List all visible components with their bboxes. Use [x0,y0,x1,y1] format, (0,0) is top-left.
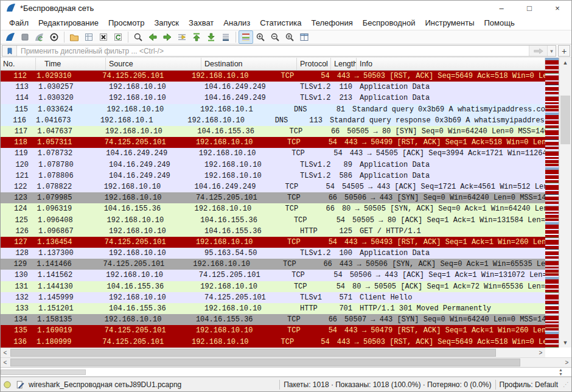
menu-item-6[interactable]: Статистика [255,16,306,29]
filter-dropdown-button[interactable]: ▾ [547,46,556,56]
collapsed-pane-strip: ▲▼ [1,367,571,377]
packet-row-116[interactable]: 1161.041673192.168.10.1192.168.10.10DNS1… [1,115,545,126]
close-file-button[interactable] [96,30,111,44]
packet-row-129[interactable]: 1291.14146674.125.205.101192.168.10.10TC… [1,259,545,270]
menu-item-7[interactable]: Телефония [306,16,357,29]
menu-item-8[interactable]: Беспроводной [358,16,420,29]
packet-row-132[interactable]: 1321.145999192.168.10.1074.125.205.101TL… [1,292,545,303]
packet-row-118[interactable]: 1181.05731174.125.205.101192.168.10.10TC… [1,137,545,148]
packet-list-hscrollbar[interactable]: < > [1,348,545,357]
resize-columns-button[interactable] [297,30,312,44]
packet-row-114[interactable]: 1141.030320192.168.10.10104.16.249.249TL… [1,93,545,103]
scroll-up-arrow[interactable]: ▲ [559,58,571,68]
gear-icon [49,32,59,42]
minimap-stripe [545,185,559,190]
go-to-packet-button[interactable] [175,30,189,44]
packet-list-vscrollbar[interactable]: ▲ ▼ [559,58,571,348]
packet-row-115[interactable]: 1151.033624192.168.10.10192.168.10.1DNS8… [1,104,545,115]
cell-dst: 104.16.249.249 [201,83,297,91]
detail-pane-hscrollbar[interactable]: < > [1,357,571,367]
packet-row-117[interactable]: 1171.047637192.168.10.10104.16.155.36TCP… [1,126,545,137]
packet-row-124[interactable]: 1241.096319104.16.155.36192.168.10.10TCP… [1,203,545,214]
go-back-button[interactable] [145,30,160,44]
go-bottom-button[interactable] [204,30,218,44]
packet-row-133[interactable]: 1331.151201104.16.155.36192.168.10.10HTT… [1,303,545,314]
restart-capture-button[interactable] [32,30,47,44]
packet-list: 1121.02931074.125.205.101192.168.10.10TC… [1,71,545,348]
stop-capture-button[interactable] [18,30,32,44]
maximize-button[interactable]: □ [515,1,543,15]
packet-row-125[interactable]: 1251.096408192.168.10.10104.16.155.36TCP… [1,214,545,225]
packet-row-130[interactable]: 1301.141562192.168.10.1074.125.205.101TC… [1,270,545,281]
auto-scroll-button[interactable] [218,30,233,44]
packet-row-113[interactable]: 1131.030257192.168.10.10104.16.249.249TL… [1,82,545,93]
scroll-left-arrow[interactable]: < [1,348,10,357]
packet-row-128[interactable]: 1281.137300192.168.10.1095.163.54.50TLSv… [1,248,545,259]
packet-row-135[interactable]: 1351.16901974.125.205.101192.168.10.10TC… [1,325,545,336]
close-button[interactable]: × [543,1,571,15]
pane-spinner[interactable]: ▲▼ [559,368,563,376]
resize-grip[interactable]: ⋰ [563,381,569,388]
cell-len: 125 [331,227,357,236]
packet-row-121[interactable]: 1211.078806104.16.249.249192.168.10.10TL… [1,170,545,181]
display-filter-input[interactable] [17,46,529,56]
packet-row-127[interactable]: 1271.13645474.125.205.101192.168.10.10TC… [1,237,545,248]
cell-pro: TCP [284,194,317,202]
scroll-left-arrow[interactable]: < [1,358,10,367]
zoom-out-button[interactable] [268,30,282,44]
packet-minimap[interactable] [545,58,559,348]
packet-row-122[interactable]: 1221.078822192.168.10.10104.16.249.249TC… [1,181,545,192]
menu-item-4[interactable]: Захват [184,16,218,29]
column-header-time[interactable]: Time [36,58,106,70]
column-header-no[interactable]: No. [1,58,36,70]
column-header-source[interactable]: Source [106,58,201,70]
filter-bookmark-button[interactable] [2,46,17,56]
cell-no: 119 [1,149,35,158]
go-forward-button[interactable] [160,30,175,44]
colorize-packets-button[interactable] [239,30,253,44]
scroll-right-arrow[interactable]: > [562,358,571,367]
menu-item-1[interactable]: Редактирование [33,16,103,29]
scroll-right-arrow[interactable]: > [536,348,545,357]
menu-item-9[interactable]: Инструменты [420,16,479,29]
apply-filter-button[interactable] [529,46,547,56]
vscroll-thumb[interactable] [560,96,570,144]
hscroll-thumb[interactable] [10,349,496,357]
cell-dst: 104.16.249.249 [192,183,282,191]
go-top-button[interactable] [189,30,204,44]
packet-row-123[interactable]: 1231.079985192.168.10.1074.125.205.101TC… [1,192,545,203]
hscroll-thumb[interactable] [10,359,520,366]
packet-row-119[interactable]: 1191.078732104.16.249.249192.168.10.10TC… [1,148,545,159]
menu-item-2[interactable]: Просмотр [103,16,149,29]
menu-item-5[interactable]: Анализ [218,16,255,29]
column-header-info[interactable]: Info [357,58,545,70]
column-header-length[interactable]: Length [331,58,357,70]
packet-row-112[interactable]: 1121.02931074.125.205.101192.168.10.10TC… [1,71,545,82]
minimize-button[interactable]: – [487,1,515,15]
capture-comment-icon[interactable] [16,380,24,389]
packet-row-131[interactable]: 1311.144130104.16.155.36192.168.10.10TCP… [1,281,545,292]
start-capture-button[interactable] [3,30,18,44]
packet-row-136[interactable]: 1361.18099974.125.205.101192.168.10.10TC… [1,337,545,348]
scroll-down-arrow[interactable]: ▼ [559,338,571,348]
column-header-destination[interactable]: Destination [201,58,297,70]
minimap-stripe [545,279,559,284]
zoom-in-button[interactable] [253,30,268,44]
strip-thumb[interactable] [1,369,86,375]
zoom-original-button[interactable] [282,30,297,44]
menu-item-10[interactable]: Помощь [480,16,520,29]
open-file-button[interactable] [67,30,82,44]
save-file-button[interactable] [82,30,96,44]
menu-item-3[interactable]: Запуск [149,16,184,29]
profile-label[interactable]: Профиль: Default [500,380,559,389]
packet-row-120[interactable]: 1201.078780104.16.249.249192.168.10.10TL… [1,159,545,170]
capture-options-button[interactable] [47,30,61,44]
reload-file-button[interactable] [111,30,125,44]
column-header-protocol[interactable]: Protocol [297,58,331,70]
expert-info-icon[interactable] [3,380,12,389]
packet-row-134[interactable]: 1341.158135192.168.10.10104.16.155.36TCP… [1,314,545,325]
find-packet-button[interactable] [131,30,145,44]
packet-row-126[interactable]: 1261.096867192.168.10.10104.16.155.36HTT… [1,226,545,237]
add-filter-button[interactable]: + [558,45,570,57]
menu-item-0[interactable]: Файл [4,16,33,29]
